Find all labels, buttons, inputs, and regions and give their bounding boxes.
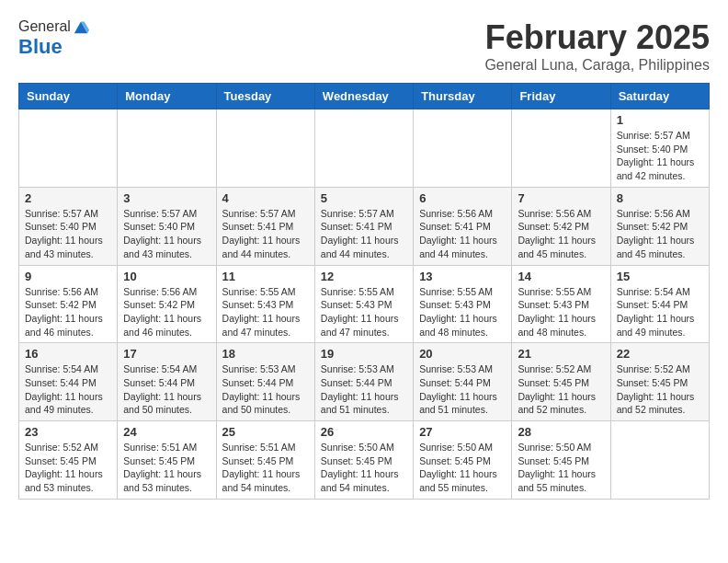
day-info: Sunrise: 5:53 AM Sunset: 5:44 PM Dayligh… bbox=[222, 362, 309, 417]
day-number: 11 bbox=[222, 270, 309, 283]
day-header-monday: Monday bbox=[118, 84, 216, 109]
day-info: Sunrise: 5:53 AM Sunset: 5:44 PM Dayligh… bbox=[321, 362, 407, 417]
calendar-cell: 22Sunrise: 5:52 AM Sunset: 5:45 PM Dayli… bbox=[610, 343, 709, 421]
calendar-cell: 23Sunrise: 5:52 AM Sunset: 5:45 PM Dayli… bbox=[19, 421, 118, 500]
logo-icon bbox=[73, 18, 89, 35]
day-info: Sunrise: 5:57 AM Sunset: 5:41 PM Dayligh… bbox=[321, 207, 407, 261]
calendar-cell: 21Sunrise: 5:52 AM Sunset: 5:45 PM Dayli… bbox=[512, 343, 610, 421]
calendar-week-row: 1Sunrise: 5:57 AM Sunset: 5:40 PM Daylig… bbox=[19, 109, 710, 188]
day-number: 18 bbox=[222, 347, 309, 361]
day-header-friday: Friday bbox=[512, 84, 610, 109]
day-info: Sunrise: 5:54 AM Sunset: 5:44 PM Dayligh… bbox=[25, 362, 111, 417]
day-number: 12 bbox=[321, 270, 407, 283]
calendar-cell: 17Sunrise: 5:54 AM Sunset: 5:44 PM Dayli… bbox=[118, 343, 216, 421]
day-info: Sunrise: 5:53 AM Sunset: 5:44 PM Dayligh… bbox=[419, 362, 506, 417]
day-info: Sunrise: 5:52 AM Sunset: 5:45 PM Dayligh… bbox=[617, 362, 703, 417]
month-title: February 2025 bbox=[484, 18, 710, 57]
day-number: 17 bbox=[123, 347, 210, 361]
day-number: 5 bbox=[321, 191, 407, 205]
day-info: Sunrise: 5:57 AM Sunset: 5:41 PM Dayligh… bbox=[222, 207, 309, 261]
day-number: 27 bbox=[419, 425, 506, 439]
title-area: February 2025 General Luna, Caraga, Phil… bbox=[484, 18, 710, 74]
calendar-header-row: SundayMondayTuesdayWednesdayThursdayFrid… bbox=[19, 84, 710, 109]
calendar-cell: 5Sunrise: 5:57 AM Sunset: 5:41 PM Daylig… bbox=[314, 187, 413, 265]
day-header-wednesday: Wednesday bbox=[314, 84, 413, 109]
location-title: General Luna, Caraga, Philippines bbox=[484, 57, 710, 74]
calendar-cell bbox=[414, 109, 512, 188]
calendar-cell: 27Sunrise: 5:50 AM Sunset: 5:45 PM Dayli… bbox=[414, 421, 512, 500]
day-info: Sunrise: 5:56 AM Sunset: 5:41 PM Dayligh… bbox=[419, 207, 506, 261]
calendar-cell: 18Sunrise: 5:53 AM Sunset: 5:44 PM Dayli… bbox=[216, 343, 314, 421]
day-header-sunday: Sunday bbox=[19, 84, 118, 109]
calendar-cell: 19Sunrise: 5:53 AM Sunset: 5:44 PM Dayli… bbox=[314, 343, 413, 421]
calendar-cell: 14Sunrise: 5:55 AM Sunset: 5:43 PM Dayli… bbox=[512, 265, 610, 343]
day-header-thursday: Thursday bbox=[414, 84, 512, 109]
day-number: 15 bbox=[617, 270, 703, 283]
calendar-cell: 11Sunrise: 5:55 AM Sunset: 5:43 PM Dayli… bbox=[216, 265, 314, 343]
calendar-cell: 24Sunrise: 5:51 AM Sunset: 5:45 PM Dayli… bbox=[118, 421, 216, 500]
calendar-week-row: 16Sunrise: 5:54 AM Sunset: 5:44 PM Dayli… bbox=[19, 343, 710, 421]
day-number: 19 bbox=[321, 347, 407, 361]
day-info: Sunrise: 5:55 AM Sunset: 5:43 PM Dayligh… bbox=[419, 285, 506, 339]
calendar-cell: 1Sunrise: 5:57 AM Sunset: 5:40 PM Daylig… bbox=[610, 109, 709, 188]
day-number: 2 bbox=[25, 191, 111, 205]
day-number: 23 bbox=[25, 425, 111, 439]
day-number: 14 bbox=[518, 270, 604, 283]
day-number: 3 bbox=[123, 191, 210, 205]
calendar-table: SundayMondayTuesdayWednesdayThursdayFrid… bbox=[18, 83, 710, 500]
day-number: 20 bbox=[419, 347, 506, 361]
day-info: Sunrise: 5:56 AM Sunset: 5:42 PM Dayligh… bbox=[518, 207, 604, 261]
day-info: Sunrise: 5:55 AM Sunset: 5:43 PM Dayligh… bbox=[321, 285, 407, 339]
calendar-week-row: 23Sunrise: 5:52 AM Sunset: 5:45 PM Dayli… bbox=[19, 421, 710, 500]
day-number: 16 bbox=[25, 347, 111, 361]
calendar-cell bbox=[216, 109, 314, 188]
day-info: Sunrise: 5:50 AM Sunset: 5:45 PM Dayligh… bbox=[518, 441, 604, 495]
calendar-cell: 3Sunrise: 5:57 AM Sunset: 5:40 PM Daylig… bbox=[118, 187, 216, 265]
day-number: 25 bbox=[222, 425, 309, 439]
day-info: Sunrise: 5:57 AM Sunset: 5:40 PM Dayligh… bbox=[25, 207, 111, 261]
calendar-week-row: 2Sunrise: 5:57 AM Sunset: 5:40 PM Daylig… bbox=[19, 187, 710, 265]
day-number: 13 bbox=[419, 270, 506, 283]
logo-blue-text: Blue bbox=[18, 35, 63, 59]
day-info: Sunrise: 5:51 AM Sunset: 5:45 PM Dayligh… bbox=[222, 441, 309, 495]
day-number: 8 bbox=[617, 191, 703, 205]
day-number: 21 bbox=[518, 347, 604, 361]
calendar-cell: 16Sunrise: 5:54 AM Sunset: 5:44 PM Dayli… bbox=[19, 343, 118, 421]
day-info: Sunrise: 5:54 AM Sunset: 5:44 PM Dayligh… bbox=[123, 362, 210, 417]
logo-general-text: General bbox=[18, 18, 71, 35]
day-info: Sunrise: 5:54 AM Sunset: 5:44 PM Dayligh… bbox=[617, 285, 703, 339]
day-info: Sunrise: 5:52 AM Sunset: 5:45 PM Dayligh… bbox=[518, 362, 604, 417]
day-info: Sunrise: 5:56 AM Sunset: 5:42 PM Dayligh… bbox=[123, 285, 210, 339]
day-info: Sunrise: 5:55 AM Sunset: 5:43 PM Dayligh… bbox=[518, 285, 604, 339]
calendar-cell: 26Sunrise: 5:50 AM Sunset: 5:45 PM Dayli… bbox=[314, 421, 413, 500]
logo: General Blue bbox=[18, 18, 89, 59]
calendar-cell: 20Sunrise: 5:53 AM Sunset: 5:44 PM Dayli… bbox=[414, 343, 512, 421]
day-number: 22 bbox=[617, 347, 703, 361]
calendar-cell: 13Sunrise: 5:55 AM Sunset: 5:43 PM Dayli… bbox=[414, 265, 512, 343]
day-number: 7 bbox=[518, 191, 604, 205]
calendar-cell: 25Sunrise: 5:51 AM Sunset: 5:45 PM Dayli… bbox=[216, 421, 314, 500]
calendar-week-row: 9Sunrise: 5:56 AM Sunset: 5:42 PM Daylig… bbox=[19, 265, 710, 343]
day-info: Sunrise: 5:57 AM Sunset: 5:40 PM Dayligh… bbox=[617, 129, 703, 183]
day-number: 24 bbox=[123, 425, 210, 439]
day-header-saturday: Saturday bbox=[610, 84, 709, 109]
calendar-cell: 4Sunrise: 5:57 AM Sunset: 5:41 PM Daylig… bbox=[216, 187, 314, 265]
calendar-cell: 7Sunrise: 5:56 AM Sunset: 5:42 PM Daylig… bbox=[512, 187, 610, 265]
day-number: 4 bbox=[222, 191, 309, 205]
day-number: 10 bbox=[123, 270, 210, 283]
calendar-cell: 8Sunrise: 5:56 AM Sunset: 5:42 PM Daylig… bbox=[610, 187, 709, 265]
page-header: General Blue February 2025 General Luna,… bbox=[18, 18, 710, 74]
calendar-cell bbox=[512, 109, 610, 188]
calendar-cell: 10Sunrise: 5:56 AM Sunset: 5:42 PM Dayli… bbox=[118, 265, 216, 343]
day-number: 28 bbox=[518, 425, 604, 439]
day-info: Sunrise: 5:55 AM Sunset: 5:43 PM Dayligh… bbox=[222, 285, 309, 339]
day-info: Sunrise: 5:56 AM Sunset: 5:42 PM Dayligh… bbox=[25, 285, 111, 339]
day-info: Sunrise: 5:51 AM Sunset: 5:45 PM Dayligh… bbox=[123, 441, 210, 495]
day-number: 6 bbox=[419, 191, 506, 205]
calendar-cell bbox=[118, 109, 216, 188]
day-number: 9 bbox=[25, 270, 111, 283]
day-info: Sunrise: 5:52 AM Sunset: 5:45 PM Dayligh… bbox=[25, 441, 111, 495]
calendar-cell bbox=[19, 109, 118, 188]
calendar-cell: 2Sunrise: 5:57 AM Sunset: 5:40 PM Daylig… bbox=[19, 187, 118, 265]
calendar-cell bbox=[314, 109, 413, 188]
